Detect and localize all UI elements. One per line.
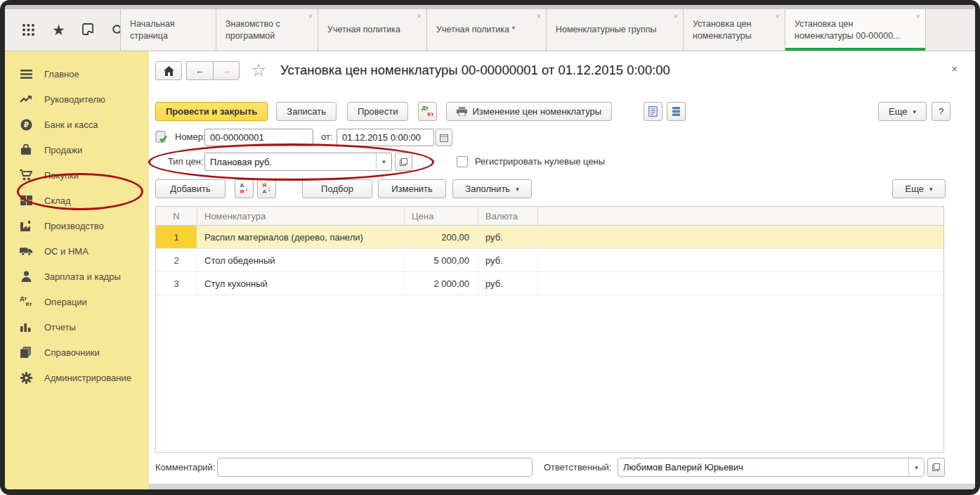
tab-1[interactable]: Начальная страница (120, 9, 216, 51)
sidebar-item-dtkt[interactable]: ДтКтОперации (5, 289, 149, 314)
column-header[interactable]: Валюта (478, 207, 538, 225)
responsible-open-button[interactable] (927, 458, 945, 477)
cart-icon (20, 169, 32, 181)
report-button[interactable] (643, 102, 662, 121)
price-type-open-button[interactable] (395, 153, 412, 171)
forward-button[interactable]: → (213, 61, 240, 80)
command-bar-right: Еще ▾ ? (878, 102, 950, 121)
cell-currency[interactable]: руб. (478, 249, 538, 271)
table-row[interactable]: 2Стол обеденный5 000,00руб. (156, 249, 943, 272)
column-header[interactable]: Цена (405, 207, 478, 225)
document-form: ← → ☆ Установка цен номенклатуры 00-0000… (149, 51, 975, 489)
history-icon[interactable] (82, 23, 95, 37)
sidebar-item-bar-chart[interactable]: Отчеты (5, 314, 149, 340)
sidebar-item-factory[interactable]: Производство (5, 213, 149, 238)
tab-label: Установка цен номенклатуры (693, 18, 772, 42)
add-row-button[interactable]: Добавить (155, 179, 226, 198)
menu-grid-icon[interactable] (22, 23, 35, 37)
chevron-down-icon[interactable]: ▾ (376, 153, 391, 170)
tab-close-icon[interactable]: × (916, 13, 920, 20)
tab-4[interactable]: Учетная политика *× (427, 9, 547, 51)
register-zero-prices-checkbox[interactable] (457, 156, 468, 167)
cell-nomenclature[interactable]: Стол обеденный (197, 249, 405, 271)
save-button[interactable]: Записать (276, 102, 337, 121)
sidebar-item-truck[interactable]: ОС и НМА (5, 238, 149, 264)
column-header[interactable]: N (156, 207, 197, 225)
tab-7[interactable]: Установка цен номенклатуры 00-00000...× (785, 9, 926, 51)
ruble-circle-icon: ₽ (20, 118, 32, 131)
price-type-label: Тип цен: (168, 156, 204, 167)
tab-close-icon[interactable]: × (308, 13, 313, 20)
show-postings-button[interactable]: Дт Кт (418, 102, 437, 121)
sidebar-item-label: Операции (44, 297, 87, 307)
table-body: 1Распил материалов (дерево, панели)200,0… (156, 226, 943, 295)
list-rows-icon (672, 106, 681, 117)
favorites-star-icon[interactable]: ★ (52, 22, 65, 37)
change-prices-print-button[interactable]: Изменение цен номенклатуры (446, 102, 612, 121)
more-button-table[interactable]: Еще ▾ (892, 179, 946, 198)
cell-nomenclature[interactable]: Стул кухонный (197, 272, 405, 295)
cell-currency[interactable]: руб. (478, 226, 538, 248)
post-button[interactable]: Провести (347, 102, 409, 121)
table-row[interactable]: 1Распил материалов (дерево, панели)200,0… (156, 226, 943, 249)
column-header[interactable]: Номенклатура (197, 207, 405, 225)
svg-text:₽: ₽ (23, 120, 28, 129)
sidebar-item-label: Администрирование (44, 373, 131, 383)
date-input[interactable]: 01.12.2015 0:00:00 (337, 129, 434, 146)
cell-price[interactable]: 2 000,00 (405, 272, 478, 295)
comment-input[interactable] (217, 458, 533, 477)
tab-2[interactable]: Знакомство с программой× (216, 9, 318, 51)
tab-close-icon[interactable]: × (776, 13, 780, 20)
table-row[interactable]: 3Стул кухонный2 000,00руб. (156, 272, 943, 295)
cell-row-number: 1 (156, 226, 197, 248)
sidebar-item-pallet-grid[interactable]: Склад (5, 188, 149, 213)
edit-button[interactable]: Изменить (378, 179, 446, 198)
cell-price[interactable]: 200,00 (405, 226, 478, 248)
tab-3[interactable]: Учетная политика× (318, 9, 427, 51)
books-icon (20, 346, 32, 359)
more-label: Еще (906, 184, 924, 194)
calendar-icon (440, 134, 448, 142)
sidebar-item-ruble-circle[interactable]: ₽Банк и касса (5, 112, 149, 137)
tab-close-icon[interactable]: × (417, 13, 422, 20)
responsible-combo[interactable]: Любимов Валерий Юрьевич ▾ (618, 458, 925, 477)
form-header: ← → ☆ Установка цен номенклатуры 00-0000… (149, 61, 975, 82)
sidebar-item-cart[interactable]: Покупки (5, 162, 149, 188)
cell-filler (538, 272, 943, 295)
cell-price[interactable]: 5 000,00 (405, 249, 478, 271)
sort-ascending-button[interactable]: АЯ ↓ (235, 179, 254, 198)
price-type-combo[interactable]: Плановая руб. ▾ (204, 153, 392, 171)
sidebar-item-menu-lines[interactable]: Главное (5, 61, 149, 86)
help-button[interactable]: ? (932, 102, 950, 121)
sidebar-item-trend-arrow[interactable]: Руководителю (5, 86, 149, 112)
sidebar-item-books[interactable]: Справочники (5, 340, 149, 365)
structure-button[interactable] (667, 102, 686, 121)
chevron-down-icon[interactable]: ▾ (908, 458, 924, 476)
tab-bar: Начальная страницаЗнакомство с программо… (120, 9, 975, 51)
cell-currency[interactable]: руб. (478, 272, 538, 295)
comment-label: Комментарий: (155, 462, 216, 472)
form-close-icon[interactable]: × (951, 63, 958, 75)
sidebar-item-person[interactable]: Зарплата и кадры (5, 264, 149, 289)
fill-label: Заполнить (465, 184, 510, 194)
tab-label: Знакомство с программой (226, 18, 305, 42)
favorite-star-icon[interactable]: ☆ (251, 60, 266, 80)
sidebar-item-gear[interactable]: Администрирование (5, 365, 149, 390)
fill-button[interactable]: Заполнить ▾ (452, 179, 532, 198)
pick-button[interactable]: Подбор (302, 179, 372, 198)
sort-descending-button[interactable]: ЯА ↓ (257, 179, 276, 198)
tab-5[interactable]: Номенклатурные группы× (547, 9, 684, 51)
more-button-top[interactable]: Еще ▾ (878, 102, 927, 121)
sidebar-item-bag[interactable]: Продажи (5, 137, 149, 162)
calendar-button[interactable] (436, 129, 452, 146)
date-label: от: (321, 131, 333, 142)
sidebar-item-label: Банк и касса (44, 120, 98, 130)
home-button[interactable] (155, 61, 182, 80)
tab-close-icon[interactable]: × (674, 13, 678, 20)
cell-nomenclature[interactable]: Распил материалов (дерево, панели) (197, 226, 405, 248)
post-and-close-button[interactable]: Провести и закрыть (155, 102, 268, 121)
tab-6[interactable]: Установка цен номенклатуры× (684, 9, 785, 51)
tab-close-icon[interactable]: × (537, 13, 541, 20)
back-button[interactable]: ← (186, 61, 213, 80)
number-input[interactable]: 00-00000001 (204, 129, 313, 146)
